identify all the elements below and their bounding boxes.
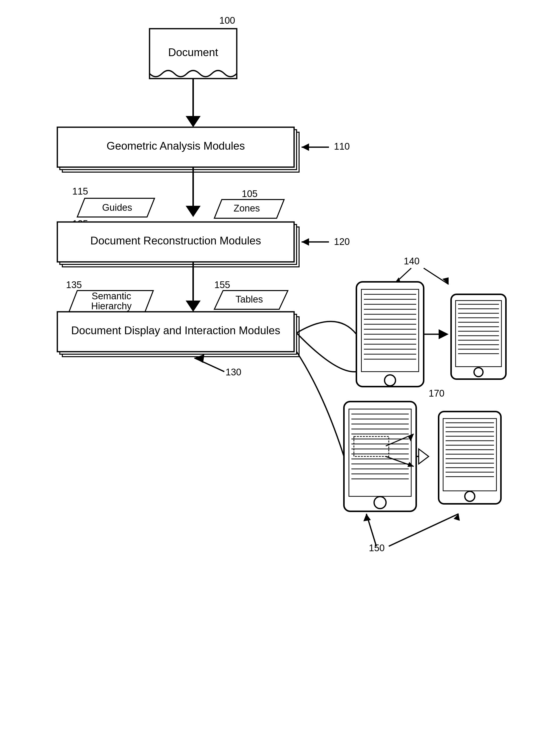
tables-label: Tables xyxy=(236,294,263,305)
svg-point-107 xyxy=(465,491,475,501)
diagram-container: .ref-num { font-size: 38px; font-family:… xyxy=(0,0,560,753)
ref-115: 115 xyxy=(72,186,88,196)
svg-point-67 xyxy=(474,368,483,376)
ref-140: 140 xyxy=(404,256,419,266)
doc-reconstruction-label: Document Reconstruction Modules xyxy=(91,234,261,247)
svg-rect-69 xyxy=(349,409,411,496)
ref-135: 135 xyxy=(66,279,82,290)
svg-rect-93 xyxy=(443,419,497,491)
ref-155: 155 xyxy=(214,279,230,290)
semantic-hierarchy-label: Semantic xyxy=(92,291,131,301)
svg-rect-54 xyxy=(456,301,501,367)
ref-130: 130 xyxy=(225,367,241,378)
svg-point-50 xyxy=(384,375,396,386)
svg-point-85 xyxy=(374,497,386,508)
guides-label: Guides xyxy=(102,202,132,213)
zones-label: Zones xyxy=(234,203,260,213)
doc-display-label: Document Display and Interaction Modules xyxy=(71,324,280,336)
ref-100: 100 xyxy=(219,15,235,26)
ref-150: 150 xyxy=(369,543,384,553)
geometric-analysis-label: Geometric Analysis Modules xyxy=(106,140,245,152)
semantic-hierarchy-label2: Hierarchy xyxy=(91,301,132,311)
ref-110: 110 xyxy=(334,141,349,152)
ref-105: 105 xyxy=(242,189,257,199)
ref-120: 120 xyxy=(334,236,349,247)
document-label: Document xyxy=(168,46,218,58)
ref-170: 170 xyxy=(429,388,444,399)
